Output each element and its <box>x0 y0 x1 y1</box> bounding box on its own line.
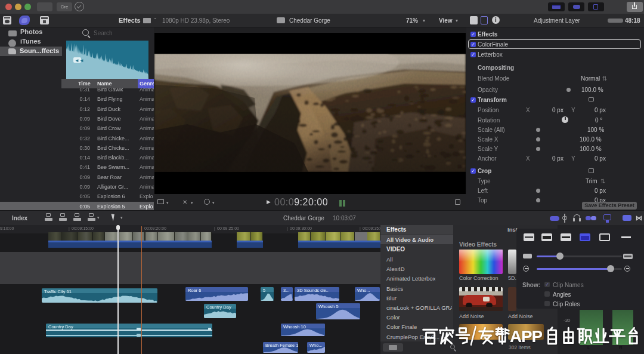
svg-text:APP: APP <box>510 327 542 346</box>
svg-text:◄◄: ◄◄ <box>75 58 84 63</box>
